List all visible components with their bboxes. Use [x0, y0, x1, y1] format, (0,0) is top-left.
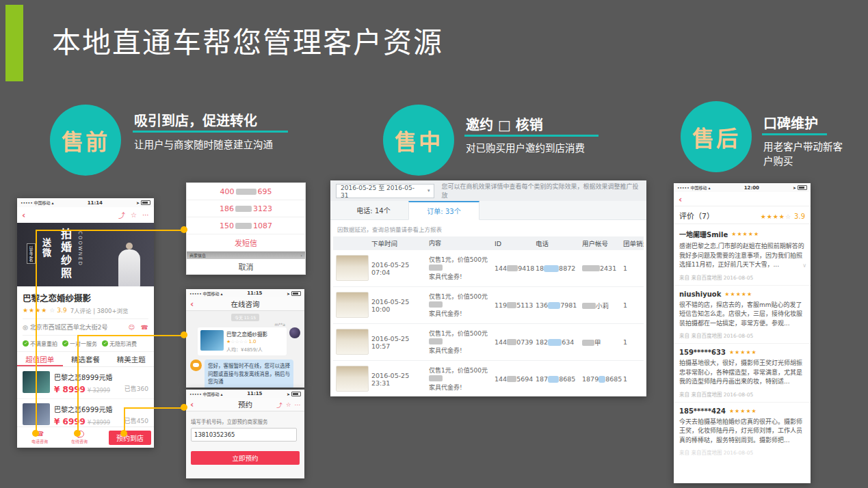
clock: 11:15	[247, 290, 262, 296]
contact-icon[interactable]: ☺	[128, 324, 134, 331]
hero-brand-label: COOWNED	[77, 231, 83, 267]
model-photo	[117, 243, 142, 286]
overall-rating: 3.9	[794, 213, 805, 220]
reserve-button[interactable]: 预约到店	[109, 431, 151, 445]
auto-reply-text: 您好，客服暂时不在线，您可以选择问题或直接与我发离线消息，稍后与您沟通	[205, 360, 293, 388]
connector-dot	[32, 430, 39, 437]
wifi-icon: ▴	[221, 291, 223, 296]
connector-dot	[181, 404, 187, 411]
stage-underline	[133, 131, 288, 133]
back-icon[interactable]: ‹	[22, 211, 25, 219]
sent-message: 巴黎之恋婚纱摄影 ★☆☆☆☆1.0 人均：¥4859/人	[186, 327, 304, 355]
reviews-title: 评价（7）	[679, 210, 714, 221]
more-icon[interactable]: ⋯	[142, 211, 149, 219]
tab-phone-leads[interactable]: 电话: 14个	[339, 201, 408, 219]
chevron-right-icon: ›	[301, 253, 302, 258]
share-icon[interactable]: ⤴	[118, 210, 125, 220]
review-source: 来自 来自百度地图 2016-08-05	[679, 448, 805, 456]
tab-themes[interactable]: 精美主题	[108, 352, 154, 366]
product-item[interactable]: 巴黎之恋8999元婚 ¥ 8999¥ 32999 已售360	[17, 367, 154, 399]
deal-photo	[336, 329, 369, 355]
share-icon[interactable]: ⤴	[276, 401, 282, 409]
phone-field-label: 填写手机号码，立即预约商家服务	[191, 418, 300, 425]
product-price: ¥ 8999	[54, 385, 86, 394]
nav-bar: ‹	[674, 192, 811, 206]
user-avatar	[289, 327, 300, 338]
favorite-icon[interactable]: ☆	[131, 211, 137, 219]
phone-number-option[interactable]: 1863123	[187, 200, 305, 217]
nav-bar: ‹ ⤴ ☆ ⋯	[17, 207, 154, 223]
back-icon[interactable]: ‹	[679, 195, 682, 204]
rating-value: 1.0	[248, 339, 256, 344]
redacted-blur	[429, 301, 443, 308]
redacted-blur	[582, 340, 594, 346]
average-price: 人均：¥4859/人	[226, 346, 267, 353]
phone-icon[interactable]: ☎	[141, 324, 148, 331]
review-source: 来自 来自百度地图 2016-08-05	[679, 273, 805, 281]
call-consult-button[interactable]: ☎ 电话咨询	[20, 431, 60, 444]
feature-label: 一对一服务	[70, 340, 97, 347]
location-arrow-icon: ➤	[793, 185, 796, 190]
stage-badge-presale: 售前	[50, 105, 121, 176]
status-bar: ••••• 中国移动▴ 11:15 ➤	[186, 289, 304, 297]
phone-number-option[interactable]: 1501087	[187, 217, 305, 234]
orders-report-panel: 2016-05-25 至 2016-05-31 ▾ 您可以在商机效果详情中查看每…	[330, 180, 646, 396]
expand-chevron-icon[interactable]: ∨	[802, 262, 806, 269]
redacted-blur	[235, 223, 252, 229]
review-text: 今天去拍摄基地拍婚纱店真的很开心。摄影师王奖，化妆师陆丹丹，灯光师刘博，工作人员…	[679, 418, 805, 446]
shop-share-card[interactable]: 巴黎之恋婚纱摄影 ★☆☆☆☆1.0 人均：¥4859/人	[198, 327, 287, 355]
review-text: 拍摄基地很大，很好，摄影师王奖灯光师胡振忠非常耐心，各种摆造型，非常满意，尤其是…	[679, 359, 805, 387]
redacted-blur	[544, 265, 559, 272]
product-old-price: ¥ 32999	[88, 388, 110, 394]
stage-heading-presale: 吸引到店，促进转化	[134, 110, 257, 130]
send-sms-option[interactable]: 发短信	[187, 234, 305, 252]
deal-photo	[336, 366, 369, 392]
stage-badge-aftersale: 售后	[681, 101, 752, 172]
product-name: 巴黎之恋6999元婚	[54, 404, 112, 414]
date-range-select[interactable]: 2016-05-25 至 2016-05-31 ▾	[336, 184, 434, 198]
reviewer-name: 159*****633	[679, 349, 726, 356]
deal-tabs: 超值团单 精选套餐 精美主题	[17, 351, 154, 367]
connector-dot	[181, 226, 187, 233]
redacted-blur	[582, 303, 596, 309]
stage-sub-presale: 让用户与商家随时随意建立沟通	[134, 138, 273, 152]
star-icons: ★★★★★	[731, 231, 759, 237]
wifi-icon: ▴	[221, 392, 223, 396]
cancel-button[interactable]: 取消	[187, 259, 305, 274]
table-row: 2016-05-25 23:31 仅售1元，价值500元家具代金券! 14456…	[333, 361, 644, 396]
connector-line	[124, 407, 183, 409]
product-sold-count: 已售450	[124, 416, 148, 425]
tab-orders[interactable]: 订单: 33个	[408, 201, 479, 220]
clock: 12:00	[744, 185, 759, 191]
rating-value: 3.9	[57, 307, 66, 314]
sender-username: m**a	[186, 321, 304, 327]
reviewer-name: niushiyuok	[679, 290, 721, 298]
book-now-button[interactable]: 立即预约	[191, 451, 300, 465]
nav-bar: 预约 ‹ ⤴ ☆ ⋯	[186, 398, 304, 411]
phone-number-option[interactable]: 400695	[187, 183, 305, 200]
tab-packages[interactable]: 精选套餐	[63, 352, 109, 366]
review-source: 来自 来自百度地图 2016-08-05	[679, 331, 805, 339]
redacted-blur	[235, 206, 252, 212]
hero-vertical-text: 送微	[40, 238, 53, 258]
hero-tag-label: 以爱之名	[27, 243, 36, 264]
phone-number-input[interactable]	[191, 428, 297, 442]
connector-line	[77, 335, 79, 433]
back-icon[interactable]: ‹	[190, 400, 194, 409]
more-icon[interactable]: ⋯	[295, 401, 301, 408]
product-old-price: ¥ 28999	[88, 420, 110, 426]
status-bar: ••••• 中国移动▴ 11:15 ➤	[186, 390, 304, 398]
connector-dot	[74, 430, 81, 437]
wifi-icon: ▴	[52, 200, 54, 205]
timestamp-chip: 今天 11:15	[231, 314, 259, 321]
tab-group-deals[interactable]: 超值团单	[17, 352, 63, 366]
review-text: 感谢巴黎之恋,门市部的赵姐在拍照前期解答的我好多问题及需要的注意事项，因为我们拍…	[679, 242, 805, 270]
call-action-sheet: 400695 1863123 1501087 发短信 商家信息› 取消	[186, 182, 306, 275]
redacted-blur	[507, 302, 516, 308]
redacted-blur	[429, 338, 443, 344]
favorite-icon[interactable]: ☆	[286, 401, 291, 408]
stage-badge-midsale: 售中	[383, 105, 454, 176]
location-arrow-icon: ➤	[287, 291, 290, 296]
back-icon[interactable]: ‹	[190, 299, 194, 308]
shop-photo	[200, 330, 224, 351]
